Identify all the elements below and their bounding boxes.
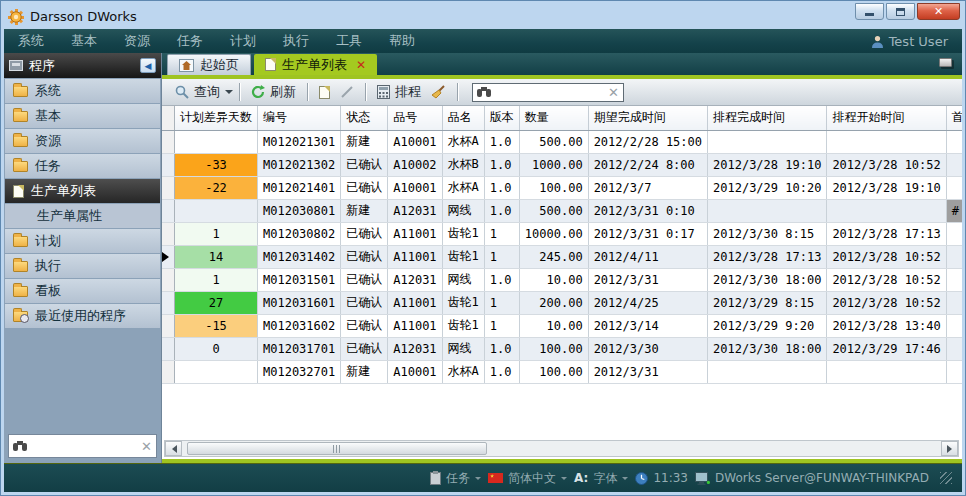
cell-diff[interactable]: 1: [175, 268, 258, 291]
cell-sched_start[interactable]: 2012/3/28 10:52: [827, 268, 946, 291]
cell-extra[interactable]: [946, 268, 962, 291]
cell-version[interactable]: 1.0: [484, 360, 519, 383]
cell-version[interactable]: 1: [484, 314, 519, 337]
cell-version[interactable]: 1.0: [484, 153, 519, 176]
cell-item_no[interactable]: A12031: [388, 337, 442, 360]
table-row[interactable]: 1M012031501已确认A12031网线1.010.002012/3/312…: [162, 268, 962, 291]
cell-qty[interactable]: 10.00: [519, 314, 588, 337]
cell-item_no[interactable]: A11001: [388, 245, 442, 268]
cell-extra[interactable]: #: [946, 199, 962, 222]
cell-qty[interactable]: 100.00: [519, 176, 588, 199]
toolbar-search-clear-icon[interactable]: ✕: [608, 85, 619, 100]
column-header-item_name[interactable]: 品名: [442, 106, 484, 130]
sidebar-collapse-button[interactable]: ◀: [140, 58, 156, 73]
cell-qty[interactable]: 100.00: [519, 360, 588, 383]
row-header-cell[interactable]: [162, 360, 175, 383]
cell-diff[interactable]: -15: [175, 314, 258, 337]
cell-expected[interactable]: 2012/4/11: [588, 245, 707, 268]
cell-item_name[interactable]: 齿轮1: [442, 291, 484, 314]
row-header-cell[interactable]: [162, 130, 175, 153]
cell-status[interactable]: 已确认: [341, 268, 388, 291]
column-header-sched_end[interactable]: 排程完成时间: [708, 106, 827, 130]
sidebar-search-input[interactable]: [31, 439, 137, 453]
cell-code[interactable]: M012030801: [258, 199, 341, 222]
cell-extra[interactable]: [946, 360, 962, 383]
column-header-status[interactable]: 状态: [341, 106, 388, 130]
sidebar-item-8[interactable]: 看板: [5, 279, 160, 303]
cell-extra[interactable]: [946, 314, 962, 337]
row-header-cell[interactable]: [162, 176, 175, 199]
scroll-right-button[interactable]: [941, 441, 958, 456]
row-header-cell[interactable]: [162, 245, 175, 268]
table-row[interactable]: -33M012021302已确认A10002水杯B1.01000.002012/…: [162, 153, 962, 176]
cell-qty[interactable]: 10000.00: [519, 222, 588, 245]
cell-code[interactable]: M012031402: [258, 245, 341, 268]
cell-code[interactable]: M012030802: [258, 222, 341, 245]
cell-qty[interactable]: 100.00: [519, 337, 588, 360]
cell-sched_end[interactable]: 2012/3/28 19:10: [708, 153, 827, 176]
column-header-item_no[interactable]: 品号: [388, 106, 442, 130]
column-header-sched_start[interactable]: 排程开始时间: [827, 106, 946, 130]
cell-sched_start[interactable]: 2012/3/28 10:52: [827, 245, 946, 268]
cell-sched_start[interactable]: 2012/3/29 17:46: [827, 337, 946, 360]
table-row[interactable]: 0M012031701已确认A12031网线1.0100.002012/3/30…: [162, 337, 962, 360]
cell-item_name[interactable]: 齿轮1: [442, 222, 484, 245]
pin-icon[interactable]: [939, 58, 952, 67]
cell-qty[interactable]: 200.00: [519, 291, 588, 314]
cell-sched_end[interactable]: 2012/3/29 8:15: [708, 291, 827, 314]
resize-grip[interactable]: [940, 472, 952, 484]
cell-diff[interactable]: -22: [175, 176, 258, 199]
cell-expected[interactable]: 2012/3/30: [588, 337, 707, 360]
cell-item_no[interactable]: A11001: [388, 291, 442, 314]
row-header-cell[interactable]: [162, 337, 175, 360]
cell-version[interactable]: 1.0: [484, 199, 519, 222]
sidebar-item-4[interactable]: 生产单列表: [5, 179, 160, 203]
cell-item_name[interactable]: 网线: [442, 337, 484, 360]
cell-version[interactable]: 1.0: [484, 130, 519, 153]
sidebar-item-0[interactable]: 系统: [5, 79, 160, 103]
cell-version[interactable]: 1.0: [484, 337, 519, 360]
cell-code[interactable]: M012031601: [258, 291, 341, 314]
menu-item-5[interactable]: 执行: [283, 32, 309, 50]
menu-item-0[interactable]: 系统: [18, 32, 44, 50]
cell-item_name[interactable]: 水杯B: [442, 153, 484, 176]
minimize-button[interactable]: [855, 3, 884, 20]
menu-item-7[interactable]: 帮助: [389, 32, 415, 50]
row-header-cell[interactable]: [162, 199, 175, 222]
cell-code[interactable]: M012021302: [258, 153, 341, 176]
cell-status[interactable]: 已确认: [341, 245, 388, 268]
status-task-menu[interactable]: 任务: [430, 470, 481, 487]
row-header-cell[interactable]: [162, 291, 175, 314]
cell-extra[interactable]: [946, 222, 962, 245]
sidebar-item-7[interactable]: 执行: [5, 254, 160, 278]
cell-version[interactable]: 1.0: [484, 176, 519, 199]
sidebar-search-clear-icon[interactable]: ✕: [141, 439, 152, 454]
column-header-diff[interactable]: 计划差异天数: [175, 106, 258, 130]
cell-diff[interactable]: -33: [175, 153, 258, 176]
cell-qty[interactable]: 1000.00: [519, 153, 588, 176]
table-row[interactable]: 14M012031402已确认A11001齿轮11245.002012/4/11…: [162, 245, 962, 268]
cell-diff[interactable]: 14: [175, 245, 258, 268]
scrollbar-thumb[interactable]: [187, 442, 487, 455]
row-header-cell[interactable]: [162, 268, 175, 291]
cell-item_no[interactable]: A11001: [388, 314, 442, 337]
cell-sched_end[interactable]: 2012/3/28 17:13: [708, 245, 827, 268]
cell-sched_start[interactable]: 2012/3/28 10:52: [827, 153, 946, 176]
table-row[interactable]: M012032701新建A10001水杯A1.0100.002012/3/31: [162, 360, 962, 383]
cell-item_name[interactable]: 网线: [442, 268, 484, 291]
cell-item_no[interactable]: A10001: [388, 360, 442, 383]
cell-sched_end[interactable]: 2012/3/30 8:15: [708, 222, 827, 245]
cell-item_name[interactable]: 水杯A: [442, 176, 484, 199]
column-header-extra[interactable]: 首: [946, 106, 962, 130]
sidebar-item-6[interactable]: 计划: [5, 229, 160, 253]
clear-button[interactable]: [426, 83, 451, 101]
table-row[interactable]: -22M012021401已确认A10001水杯A1.0100.002012/3…: [162, 176, 962, 199]
maximize-button[interactable]: [886, 3, 915, 20]
cell-status[interactable]: 已确认: [341, 291, 388, 314]
cell-sched_end[interactable]: [708, 199, 827, 222]
cell-item_no[interactable]: A12031: [388, 199, 442, 222]
cell-status[interactable]: 新建: [341, 360, 388, 383]
cell-extra[interactable]: [946, 245, 962, 268]
cell-item_name[interactable]: 水杯A: [442, 360, 484, 383]
sidebar-item-1[interactable]: 基本: [5, 104, 160, 128]
